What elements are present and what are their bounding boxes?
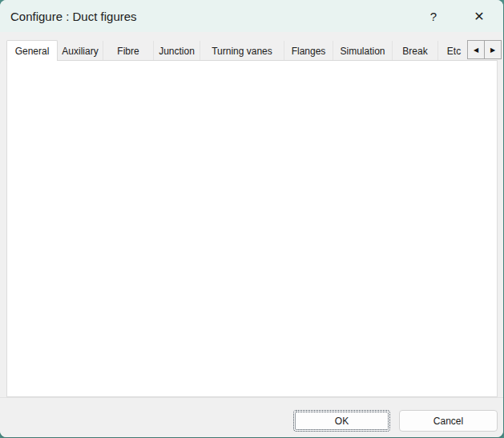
- tab-general[interactable]: General: [6, 40, 58, 61]
- tab-junction[interactable]: Junction: [154, 41, 200, 61]
- dialog-title: Configure : Duct figures: [0, 10, 137, 23]
- tab-label: Junction: [159, 46, 195, 57]
- tab-auxiliary[interactable]: Auxiliary: [58, 41, 103, 61]
- tab-label: Turning vanes: [212, 46, 272, 57]
- cancel-button[interactable]: Cancel: [399, 410, 498, 432]
- tab-strip: General Auxiliary Fibre Junction Turning…: [6, 40, 468, 61]
- tab-label: Flanges: [292, 46, 326, 57]
- help-button[interactable]: ?: [420, 3, 447, 29]
- tab-page-general: [6, 60, 498, 397]
- arrow-right-icon: ▶: [490, 46, 495, 54]
- dialog-footer: OK Cancel: [0, 397, 503, 437]
- tab-simulation[interactable]: Simulation: [333, 41, 393, 61]
- tab-label: Etc: [447, 46, 461, 57]
- titlebar: Configure : Duct figures ? ✕: [0, 0, 503, 32]
- tab-scroll-buttons: ◀ ▶: [468, 40, 502, 59]
- configure-duct-figures-dialog: Configure : Duct figures ? ✕ General Aux…: [0, 0, 503, 437]
- tab-etc[interactable]: Etc: [438, 41, 468, 61]
- tab-break[interactable]: Break: [393, 41, 438, 61]
- tab-flanges[interactable]: Flanges: [284, 41, 333, 61]
- tab-scroll-right-button[interactable]: ▶: [484, 40, 502, 59]
- tab-turning-vanes[interactable]: Turning vanes: [200, 41, 284, 61]
- tab-label: Break: [402, 46, 427, 57]
- tab-label: General: [15, 46, 50, 57]
- tab-scroll-left-button[interactable]: ◀: [467, 40, 485, 59]
- tab-label: Simulation: [340, 46, 385, 57]
- tab-fibre[interactable]: Fibre: [103, 41, 154, 61]
- tab-label: Fibre: [117, 46, 139, 57]
- close-button[interactable]: ✕: [466, 3, 493, 29]
- arrow-left-icon: ◀: [474, 46, 478, 54]
- tab-label: Auxiliary: [62, 46, 98, 57]
- ok-button[interactable]: OK: [293, 410, 390, 432]
